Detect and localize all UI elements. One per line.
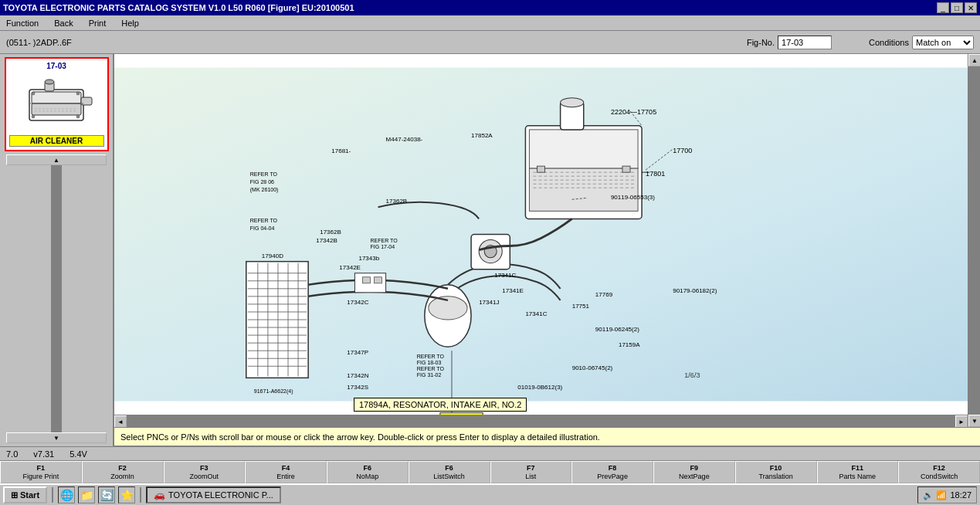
version-1: 7.0: [6, 449, 18, 459]
conditions-area: Conditions Match on: [869, 36, 974, 49]
svg-text:17343b: 17343b: [358, 255, 379, 262]
svg-text:1/6/3: 1/6/3: [684, 371, 700, 379]
fkey-f6[interactable]: F6 ListSwitch: [409, 461, 490, 483]
minimize-button[interactable]: _: [937, 2, 949, 13]
fkey-f10[interactable]: F10 Translation: [735, 461, 817, 483]
taskbar-icon-3[interactable]: 🔄: [98, 486, 115, 503]
fkey-f12[interactable]: F12 CondSwitch: [898, 461, 980, 483]
fkey-f7[interactable]: F7 List: [490, 461, 572, 483]
thumbnail-image: [14, 72, 99, 134]
fig-no-input[interactable]: [778, 36, 832, 49]
menu-help[interactable]: Help: [118, 17, 142, 29]
fkey-f3[interactable]: F3 ZoomOut: [164, 461, 246, 483]
window-title: TOYOTA ELECTRONIC PARTS CATALOG SYSTEM V…: [3, 3, 354, 12]
conditions-label: Conditions: [869, 38, 909, 47]
menu-bar: Function Back Print Help: [0, 15, 980, 31]
active-task[interactable]: 🚗 TOYOTA ELECTRONIC P...: [146, 486, 281, 503]
content-row: 17-03: [0, 54, 980, 446]
fkey-f8[interactable]: F8 PrevPage: [571, 461, 653, 483]
svg-text:17347P: 17347P: [347, 349, 368, 356]
svg-text:FIG 28 06: FIG 28 06: [250, 179, 274, 185]
menu-back[interactable]: Back: [51, 17, 76, 29]
svg-text:17362B: 17362B: [320, 229, 341, 236]
svg-text:17700: 17700: [673, 147, 692, 154]
svg-rect-59: [375, 277, 382, 283]
fkey-f1[interactable]: F1 Figure Print: [0, 461, 82, 483]
scroll-down-button[interactable]: ▼: [6, 432, 107, 443]
scroll-left-arrow[interactable]: ◄: [114, 415, 127, 427]
active-task-label: TOYOTA ELECTRONIC P...: [168, 490, 273, 500]
svg-point-7: [32, 92, 35, 95]
taskbar-icons-right: 🔊 📶: [923, 490, 947, 500]
diagram-container[interactable]: 17801 17700 22204—17705 17894A: [114, 54, 980, 427]
svg-rect-1: [32, 92, 81, 103]
svg-point-10: [76, 115, 80, 118]
left-panel: 17-03: [0, 54, 114, 446]
title-bar: TOYOTA ELECTRONIC PARTS CATALOG SYSTEM V…: [0, 0, 980, 15]
svg-point-8: [76, 92, 80, 95]
svg-text:17341C: 17341C: [525, 310, 547, 317]
fkey-f4[interactable]: F4 Entire: [245, 461, 327, 483]
svg-rect-13: [114, 68, 968, 402]
taskbar-icon-2[interactable]: 📁: [78, 486, 95, 503]
svg-text:90179-06182(2): 90179-06182(2): [673, 287, 717, 294]
taskbar-icon-4[interactable]: ⭐: [118, 486, 135, 503]
taskbar-icon-1[interactable]: 🌐: [58, 486, 75, 503]
thumbnail-box[interactable]: 17-03: [5, 57, 109, 151]
svg-text:FIG 17-04: FIG 17-04: [371, 244, 395, 249]
svg-text:FIG 04-04: FIG 04-04: [250, 225, 275, 231]
scroll-down-arrow[interactable]: ▼: [968, 415, 980, 427]
thumbnail-label: 17-03: [46, 62, 66, 70]
svg-text:17342N: 17342N: [347, 372, 368, 379]
svg-text:22204—17705: 22204—17705: [611, 108, 656, 116]
fig-no-area: Fig-No.: [747, 36, 832, 49]
svg-text:90119-06553(3): 90119-06553(3): [611, 194, 655, 201]
svg-text:01019-0B612(3): 01019-0B612(3): [517, 384, 562, 391]
window-controls: _ □ ✕: [937, 2, 977, 13]
svg-text:17342S: 17342S: [347, 384, 368, 391]
svg-text:17159A: 17159A: [619, 341, 640, 348]
svg-point-4: [45, 80, 54, 84]
fkey-f11[interactable]: F11 Parts Name: [817, 461, 899, 483]
menu-print[interactable]: Print: [86, 17, 110, 29]
conditions-select[interactable]: Match on: [912, 36, 974, 49]
start-button[interactable]: ⊞ Start: [3, 486, 47, 503]
svg-text:9010-06745(2): 9010-06745(2): [572, 364, 613, 371]
scroll-track: [51, 165, 62, 432]
vertical-scrollbar[interactable]: ▲ ▼: [968, 54, 980, 427]
svg-text:17940D: 17940D: [262, 252, 283, 259]
win-taskbar: ⊞ Start 🌐 📁 🔄 ⭐ 🚗 TOYOTA ELECTRONIC P...…: [0, 483, 980, 505]
fkey-bar: F1 Figure Print F2 ZoomIn F3 ZoomOut F4 …: [0, 460, 980, 483]
svg-text:FIG 31-02: FIG 31-02: [417, 372, 442, 378]
scroll-up-button[interactable]: ▲: [6, 154, 107, 165]
air-cleaner-thumb-svg: [18, 74, 95, 132]
svg-text:M447-24038-: M447-24038-: [386, 136, 423, 143]
svg-text:90119-06245(2): 90119-06245(2): [595, 326, 639, 333]
thumbnail-caption: AIR CLEANER: [9, 135, 104, 147]
fkey-f9[interactable]: F9 NextPage: [653, 461, 735, 483]
scroll-track-v: [968, 66, 980, 415]
svg-text:17852A: 17852A: [471, 132, 493, 139]
svg-text:FIG 18-03: FIG 18-03: [417, 360, 442, 365]
svg-text:17801: 17801: [646, 170, 665, 178]
svg-point-9: [32, 115, 35, 118]
scroll-up-arrow[interactable]: ▲: [968, 54, 980, 66]
fkey-f2[interactable]: F2 ZoomIn: [82, 461, 164, 483]
svg-text:17681-: 17681-: [331, 147, 351, 154]
status-text: Select PNCs or P/Ns with scroll bar or m…: [120, 432, 600, 442]
version-3: 5.4V: [70, 449, 87, 459]
fkey-f5[interactable]: F6 NoMap: [327, 461, 409, 483]
maximize-button[interactable]: □: [951, 2, 963, 13]
svg-rect-15: [529, 130, 638, 168]
scroll-right-arrow[interactable]: ►: [955, 415, 968, 427]
status-bar: Select PNCs or P/Ns with scroll bar or m…: [114, 427, 980, 446]
close-button[interactable]: ✕: [965, 2, 977, 13]
taskbar-time: 18:27: [950, 490, 972, 500]
svg-text:REFER TO: REFER TO: [371, 238, 398, 243]
version-bar: 7.0 v7.31 5.4V: [0, 446, 980, 460]
menu-function[interactable]: Function: [3, 17, 42, 29]
horizontal-scrollbar[interactable]: ◄ ►: [114, 415, 968, 427]
fig-no-label: Fig-No.: [747, 38, 775, 47]
tooltip-popup: 17894A, RESONATOR, INTAKE AIR, NO.2: [354, 398, 527, 412]
svg-text:17342B: 17342B: [316, 237, 337, 244]
